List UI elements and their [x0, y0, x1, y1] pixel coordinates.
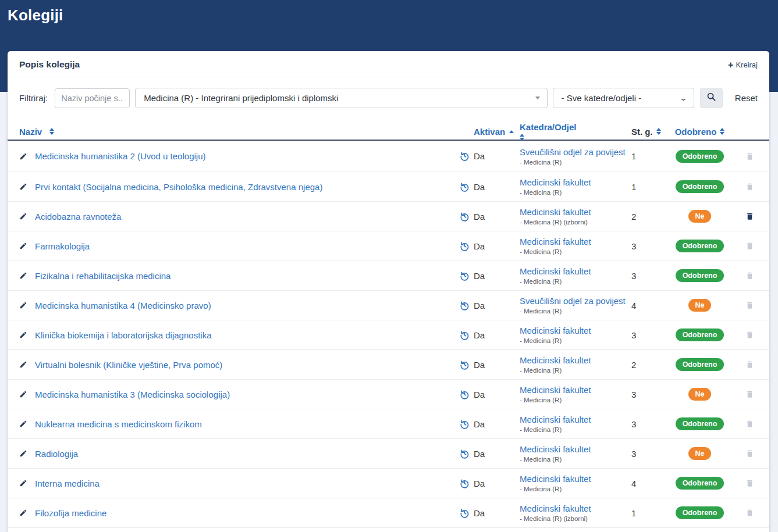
- pencil-icon: [19, 449, 27, 458]
- history-button[interactable]: [460, 271, 470, 281]
- caret-down-icon: [535, 97, 540, 99]
- edit-button[interactable]: [19, 509, 27, 517]
- edit-button[interactable]: [19, 272, 27, 280]
- history-button[interactable]: [460, 390, 470, 399]
- search-button[interactable]: [700, 88, 723, 108]
- history-button[interactable]: [460, 419, 470, 429]
- column-header-naziv[interactable]: Naziv: [19, 127, 460, 137]
- department-subtext: - Medicina (R): [520, 397, 562, 404]
- pencil-icon: [19, 509, 27, 517]
- column-header-katedra[interactable]: Katedra/Odjel: [520, 122, 624, 141]
- department-link[interactable]: Medicinski fakultet: [520, 474, 591, 484]
- course-link[interactable]: Fizikalna i rehabilitacijska medicina: [35, 271, 170, 281]
- history-button[interactable]: [460, 479, 470, 488]
- edit-button[interactable]: [19, 301, 27, 309]
- course-link[interactable]: Filozofija medicine: [35, 508, 106, 518]
- trash-icon: [745, 152, 754, 161]
- edit-button[interactable]: [19, 420, 27, 428]
- delete-button[interactable]: [745, 479, 754, 488]
- delete-button[interactable]: [745, 360, 754, 369]
- status-badge: Odobreno: [676, 150, 724, 163]
- history-button[interactable]: [460, 330, 470, 340]
- column-header-aktivan[interactable]: Aktivan: [460, 127, 520, 137]
- active-value: Da: [474, 212, 485, 222]
- delete-button[interactable]: [745, 508, 754, 517]
- history-button[interactable]: [460, 151, 470, 161]
- trash-icon: [745, 508, 754, 517]
- course-link[interactable]: Farmakologija: [35, 241, 90, 251]
- table-row: Filozofija medicineDaMedicinski fakultet…: [8, 498, 769, 528]
- edit-button[interactable]: [19, 331, 27, 339]
- delete-button[interactable]: [745, 271, 754, 280]
- page-title: Kolegiji: [0, 0, 778, 24]
- history-button[interactable]: [460, 449, 470, 459]
- history-button[interactable]: [460, 182, 470, 192]
- name-filter-input[interactable]: [55, 88, 130, 108]
- department-link[interactable]: Medicinski fakultet: [520, 415, 591, 424]
- edit-button[interactable]: [19, 242, 27, 250]
- active-value: Da: [474, 151, 485, 161]
- program-select[interactable]: Medicina (R) - Integrirani prijediplomsk…: [135, 88, 547, 108]
- edit-button[interactable]: [19, 183, 27, 191]
- edit-button[interactable]: [19, 360, 27, 369]
- create-button-label: Kreiraj: [736, 60, 758, 69]
- edit-button[interactable]: [19, 212, 27, 220]
- delete-button[interactable]: [745, 301, 754, 310]
- trash-icon: [745, 182, 754, 191]
- course-link[interactable]: Interna medicina: [35, 479, 100, 488]
- department-link[interactable]: Medicinski fakultet: [520, 266, 591, 276]
- edit-button[interactable]: [19, 152, 27, 160]
- delete-button[interactable]: [745, 390, 754, 399]
- status-badge: Ne: [688, 388, 712, 401]
- department-link[interactable]: Medicinski fakultet: [520, 385, 591, 395]
- trash-icon: [745, 479, 754, 488]
- trash-icon: [745, 419, 754, 429]
- edit-button[interactable]: [19, 390, 27, 398]
- department-link[interactable]: Sveučilišni odjel za povijest: [520, 296, 626, 306]
- department-link[interactable]: Medicinski fakultet: [520, 237, 591, 247]
- edit-button[interactable]: [19, 479, 27, 487]
- history-button[interactable]: [460, 212, 470, 222]
- history-button[interactable]: [460, 301, 470, 310]
- department-subtext: - Medicina (R): [520, 189, 562, 196]
- department-link[interactable]: Medicinski fakultet: [520, 504, 591, 513]
- create-button[interactable]: + Kreiraj: [728, 60, 758, 69]
- course-link[interactable]: Virtualni bolesnik (Kliničke vještine, P…: [35, 360, 222, 370]
- course-link[interactable]: Medicinska humanistika 4 (Medicinsko pra…: [35, 301, 211, 310]
- course-link[interactable]: Nuklearna medicina s medicinskom fizikom: [35, 419, 202, 429]
- column-header-stg[interactable]: St. g.: [624, 127, 669, 137]
- delete-button[interactable]: [745, 152, 754, 161]
- department-link[interactable]: Medicinski fakultet: [520, 207, 591, 217]
- delete-button[interactable]: [745, 449, 754, 458]
- history-button[interactable]: [460, 241, 470, 251]
- course-link[interactable]: Radiologija: [35, 449, 78, 459]
- department-select[interactable]: - Sve katedre/odjeli - ⌄: [553, 88, 695, 108]
- delete-button[interactable]: [745, 330, 754, 340]
- department-subtext: - Medicina (R) (izborni): [520, 515, 588, 522]
- department-link[interactable]: Sveučilišni odjel za povijest: [520, 147, 626, 157]
- department-link[interactable]: Medicinski fakultet: [520, 326, 591, 335]
- edit-button[interactable]: [19, 449, 27, 458]
- status-badge: Ne: [688, 299, 712, 312]
- study-year: 4: [624, 479, 669, 488]
- course-link[interactable]: Acidobazna ravnoteža: [35, 212, 121, 222]
- reset-button[interactable]: Reset: [735, 93, 758, 103]
- pencil-icon: [19, 360, 27, 369]
- delete-button[interactable]: [745, 212, 754, 221]
- course-link[interactable]: Medicinska humanistika 3 (Medicinska soc…: [35, 390, 230, 399]
- course-link[interactable]: Medicinska humanistika 2 (Uvod u teologi…: [35, 151, 205, 161]
- course-link[interactable]: Prvi kontakt (Socijalna medicina, Psihol…: [35, 182, 322, 192]
- department-link[interactable]: Medicinski fakultet: [520, 444, 591, 454]
- delete-button[interactable]: [745, 419, 754, 429]
- history-button[interactable]: [460, 360, 470, 370]
- study-year: 2: [624, 212, 669, 222]
- department-link[interactable]: Medicinski fakultet: [520, 177, 591, 187]
- history-button[interactable]: [460, 508, 470, 518]
- delete-button[interactable]: [745, 241, 754, 251]
- status-badge: Odobreno: [676, 506, 724, 519]
- course-link[interactable]: Klinička biokemija i laboratorijska dija…: [35, 330, 211, 340]
- study-year: 3: [624, 390, 669, 399]
- department-link[interactable]: Medicinski fakultet: [520, 355, 591, 365]
- delete-button[interactable]: [745, 182, 754, 191]
- column-header-odobreno[interactable]: Odobreno: [669, 127, 730, 137]
